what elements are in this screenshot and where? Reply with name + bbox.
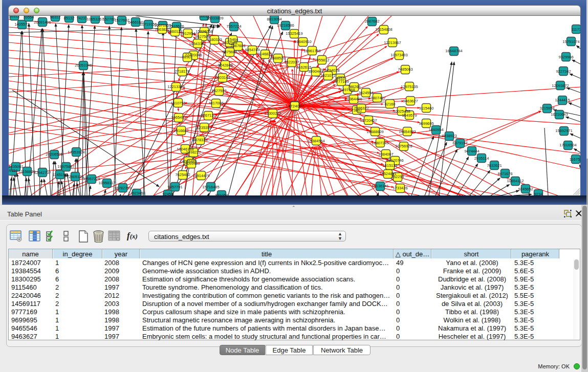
svg-text:19218586: 19218586 [277,23,294,28]
svg-text:7986322: 7986322 [354,106,368,111]
svg-text:1549579: 1549579 [402,113,417,118]
svg-text:10653267: 10653267 [86,17,103,21]
svg-text:16914479: 16914479 [192,173,209,178]
svg-text:92450: 92450 [163,192,173,195]
svg-text:15716485: 15716485 [202,185,219,189]
svg-text:3215958: 3215958 [539,106,554,111]
svg-text:8912954: 8912954 [180,31,195,36]
svg-text:9777169: 9777169 [334,79,349,84]
svg-text:7357224: 7357224 [226,24,241,29]
svg-text:1965493: 1965493 [171,115,186,120]
svg-text:10973493: 10973493 [390,53,407,57]
svg-text:1615132: 1615132 [382,163,397,168]
svg-text:20364486: 20364486 [345,97,362,101]
svg-text:9699695: 9699695 [419,121,433,126]
svg-text:1527602: 1527602 [114,18,129,23]
svg-text:1610755: 1610755 [170,101,185,105]
svg-text:6879197: 6879197 [452,141,467,145]
svg-text:1640954: 1640954 [428,127,443,132]
svg-text:9115460: 9115460 [419,106,434,111]
svg-text:16543342: 16543342 [189,41,206,46]
svg-text:1145194: 1145194 [53,172,68,177]
svg-text:4817006: 4817006 [208,101,223,105]
svg-text:15751074: 15751074 [562,39,579,44]
svg-text:5322037: 5322037 [284,60,299,64]
svg-text:20053346: 20053346 [75,63,92,68]
svg-text:15300275: 15300275 [264,111,281,116]
svg-text:16154808: 16154808 [375,27,392,32]
svg-text:12975135: 12975135 [401,84,418,89]
svg-text:8878334: 8878334 [192,138,207,142]
svg-text:9384067: 9384067 [378,152,393,157]
svg-text:19654923: 19654923 [399,129,416,134]
svg-text:9329966: 9329966 [558,55,573,59]
svg-text:1244415: 1244415 [555,98,570,102]
svg-text:9242848: 9242848 [217,63,232,68]
svg-text:152760: 152760 [102,17,115,21]
svg-text:96312: 96312 [50,16,61,19]
svg-text:15136141: 15136141 [372,184,388,188]
svg-text:20206526: 20206526 [46,152,62,157]
svg-text:18807249: 18807249 [372,141,388,145]
svg-text:1235359: 1235359 [197,125,211,130]
svg-text:831054: 831054 [215,193,228,195]
svg-text:12942737: 12942737 [34,170,51,175]
svg-text:6794028: 6794028 [324,68,339,73]
svg-text:10688609: 10688609 [366,129,383,134]
svg-text:7485063: 7485063 [398,67,412,72]
svg-text:252254: 252254 [391,174,404,179]
svg-text:2087682: 2087682 [364,19,379,24]
svg-text:16640910: 16640910 [294,39,311,44]
svg-text:15325419: 15325419 [286,31,302,36]
svg-text:12093872: 12093872 [552,83,569,88]
svg-text:18724007: 18724007 [286,104,304,108]
svg-text:8813054: 8813054 [267,17,281,21]
svg-text:15226058: 15226058 [195,29,212,34]
svg-text:8427552: 8427552 [211,89,226,93]
svg-text:16782759: 16782759 [114,186,131,190]
svg-text:7515526: 7515526 [169,24,184,29]
svg-text:19384554: 19384554 [308,139,324,143]
svg-text:16312: 16312 [9,16,20,18]
svg-text:8938923: 8938923 [442,134,456,138]
svg-text:9234: 9234 [534,192,543,195]
svg-text:16033809: 16033809 [206,16,223,20]
svg-text:7625402: 7625402 [175,172,190,177]
svg-text:17016504: 17016504 [559,143,576,147]
svg-text:9457791: 9457791 [167,185,182,189]
svg-text:10756928: 10756928 [395,144,412,148]
svg-text:1588520: 1588520 [270,56,285,60]
svg-text:12923468: 12923468 [128,191,145,195]
svg-text:10807487: 10807487 [368,96,385,100]
svg-text:9463627: 9463627 [403,99,418,103]
svg-text:116753: 116753 [570,157,580,162]
svg-text:15720407: 15720407 [360,118,377,123]
svg-text:10654112: 10654112 [507,179,524,183]
svg-text:5875685: 5875685 [222,50,237,54]
svg-text:17353924: 17353924 [68,150,84,155]
svg-text:16648784: 16648784 [445,49,462,53]
svg-text:8180323: 8180323 [207,37,222,42]
svg-text:2935114: 2935114 [474,156,489,161]
svg-text:16961758: 16961758 [303,49,320,53]
svg-text:3624554: 3624554 [358,91,373,95]
svg-text:12213967: 12213967 [384,40,401,45]
svg-text:7955812: 7955812 [314,58,329,62]
svg-text:10958117: 10958117 [99,181,116,185]
svg-text:8471676: 8471676 [497,171,512,176]
svg-text:16210643: 16210643 [551,112,568,117]
svg-text:9245652: 9245652 [518,187,533,191]
svg-text:62160: 62160 [385,102,396,106]
svg-text:14099489: 14099489 [183,161,200,166]
svg-text:19975867: 19975867 [57,164,74,169]
svg-text:3267130: 3267130 [201,113,215,118]
svg-text:1916682: 1916682 [173,128,188,133]
svg-text:20554: 20554 [24,16,34,19]
svg-text:1405572: 1405572 [14,22,29,27]
svg-text:74231: 74231 [77,16,88,20]
svg-text:20691406: 20691406 [34,20,51,25]
svg-text:2803144: 2803144 [215,75,230,80]
svg-text:2367608: 2367608 [230,43,245,48]
svg-text:39154: 39154 [9,168,17,173]
svg-text:7632621: 7632621 [487,163,502,168]
